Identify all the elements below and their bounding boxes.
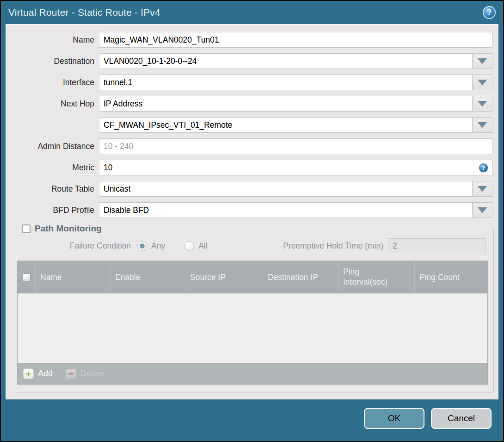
dialog-titlebar: Virtual Router - Static Route - IPv4	[1, 1, 503, 24]
metric-label: Metric	[6, 163, 94, 173]
delete-button-label: Delete	[80, 369, 104, 379]
form-row-route-table: Route Table	[6, 181, 492, 197]
failure-condition-any-radio[interactable]	[137, 241, 147, 251]
table-header-row: Name Enable Source IP Destination IP Pin…	[18, 261, 487, 293]
table-header-enable[interactable]: Enable	[110, 261, 185, 293]
cancel-button[interactable]: Cancel	[431, 408, 492, 429]
bfd-profile-dropdown-button[interactable]	[473, 202, 492, 218]
failure-condition-all-radio[interactable]	[184, 241, 194, 251]
form-row-next-hop-address	[6, 117, 492, 133]
preemptive-hold-time-input[interactable]	[388, 238, 486, 253]
route-table-input[interactable]	[99, 181, 473, 197]
bfd-profile-label: BFD Profile	[6, 205, 94, 215]
help-icon[interactable]: ?	[483, 6, 496, 19]
dialog-footer: OK Cancel	[364, 408, 492, 429]
failure-condition-any-label: Any	[151, 241, 165, 251]
name-label: Name	[6, 35, 94, 45]
next-hop-address-input[interactable]	[99, 117, 473, 133]
minus-icon: −	[66, 368, 76, 379]
table-header-ping-count[interactable]: Ping Count	[414, 261, 487, 293]
route-table-dropdown-button[interactable]	[473, 181, 492, 197]
triangle-down-icon	[478, 122, 487, 128]
form-row-bfd-profile: BFD Profile	[6, 202, 492, 218]
table-footer-toolbar: + Add − Delete	[18, 363, 487, 384]
triangle-down-icon	[478, 58, 487, 64]
table-header-source-ip[interactable]: Source IP	[185, 261, 263, 293]
metric-help-icon[interactable]: ?	[479, 163, 488, 173]
bfd-profile-input[interactable]	[99, 202, 473, 218]
failure-condition-label: Failure Condition	[14, 241, 131, 251]
plus-icon: +	[23, 368, 34, 379]
form-row-next-hop: Next Hop	[6, 96, 492, 112]
path-monitoring-table: Name Enable Source IP Destination IP Pin…	[17, 261, 488, 385]
form-row-admin-distance: Admin Distance	[6, 138, 492, 154]
interface-dropdown-button[interactable]	[473, 75, 492, 90]
next-hop-type-dropdown-button[interactable]	[473, 96, 492, 112]
static-route-dialog: Virtual Router - Static Route - IPv4 ? N…	[0, 0, 504, 442]
triangle-down-icon	[478, 80, 487, 85]
destination-dropdown-button[interactable]	[473, 53, 492, 69]
form-row-name: Name	[6, 32, 492, 48]
form-row-interface: Interface	[6, 75, 492, 90]
admin-distance-label: Admin Distance	[6, 142, 94, 151]
triangle-down-icon	[478, 207, 487, 213]
name-input[interactable]	[99, 32, 492, 48]
table-header-ping-interval[interactable]: Ping Interval(sec)	[338, 261, 414, 293]
table-header-destination-ip[interactable]: Destination IP	[263, 261, 338, 293]
dialog-title: Virtual Router - Static Route - IPv4	[8, 7, 160, 18]
table-header-select-cell	[18, 261, 35, 293]
admin-distance-input[interactable]	[99, 138, 492, 154]
delete-button[interactable]: − Delete	[66, 368, 104, 379]
failure-condition-row: Failure Condition Any All Preemptive Hol…	[14, 238, 493, 253]
path-monitoring-checkbox[interactable]	[22, 224, 31, 233]
route-table-label: Route Table	[6, 184, 94, 194]
interface-input[interactable]	[99, 75, 473, 90]
form-row-metric: Metric ?	[6, 160, 492, 175]
preemptive-hold-time-label: Preemptive Hold Time (min)	[227, 241, 383, 251]
destination-label: Destination	[6, 56, 94, 66]
failure-condition-all-label: All	[198, 241, 207, 251]
path-monitoring-title: Path Monitoring	[35, 224, 102, 234]
select-all-checkbox[interactable]	[23, 274, 31, 281]
ok-button[interactable]: OK	[364, 408, 424, 429]
triangle-down-icon	[478, 186, 487, 192]
next-hop-type-input[interactable]	[99, 96, 473, 112]
table-body-empty	[18, 293, 487, 363]
destination-input[interactable]	[99, 53, 473, 69]
triangle-down-icon	[478, 101, 487, 106]
add-button-label: Add	[38, 369, 53, 379]
add-button[interactable]: + Add	[23, 368, 53, 379]
interface-label: Interface	[6, 78, 94, 87]
metric-input[interactable]	[99, 160, 492, 175]
path-monitoring-legend: Path Monitoring	[19, 224, 104, 234]
table-header-name[interactable]: Name	[35, 261, 110, 293]
next-hop-address-dropdown-button[interactable]	[473, 117, 492, 133]
next-hop-label: Next Hop	[6, 99, 94, 109]
dialog-content: Name Destination Interface	[6, 24, 498, 399]
path-monitoring-section: Path Monitoring Failure Condition Any Al…	[14, 224, 494, 392]
form-row-destination: Destination	[6, 53, 492, 69]
